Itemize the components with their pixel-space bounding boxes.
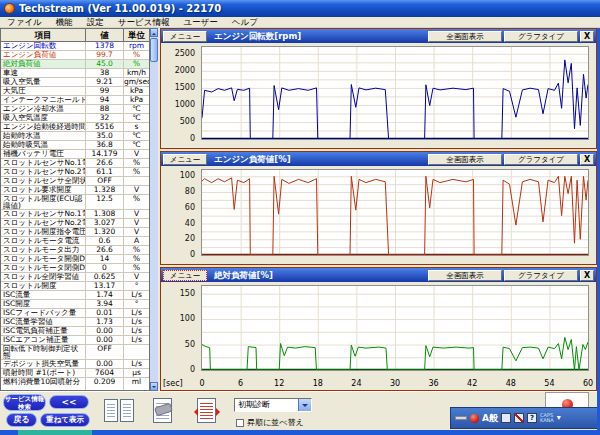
table-row[interactable]: ISC電気負荷補正量0.00L/s	[1, 327, 149, 336]
y-tick-label: 2500	[161, 50, 195, 58]
table-row[interactable]: スロットル開度(ECU認識値)12.5%	[1, 195, 149, 210]
table-row[interactable]: ISC流量1.74L/s	[1, 291, 149, 300]
table-row[interactable]: ISC流量学習値1.73L/s	[1, 318, 149, 327]
menu-button[interactable]: メニュー	[163, 31, 207, 42]
y-tick-label: 0	[161, 251, 195, 259]
table-cell: 12.5	[86, 195, 124, 209]
diagnosis-mode-select[interactable]: 初期診断	[234, 398, 312, 412]
graph-type-button[interactable]: グラフタイプ	[504, 154, 578, 165]
table-cell: 0.6	[86, 237, 124, 245]
table-row[interactable]: スロットルセンサNo.2電圧比61.1%	[1, 168, 149, 177]
table-row[interactable]: スロットル要求開度1.328V	[1, 186, 149, 195]
table-row[interactable]: スロットルモータ電流0.6A	[1, 237, 149, 246]
ime-input-mode[interactable]: A般	[482, 412, 498, 425]
table-row[interactable]: スロットルセンサNo.2電圧3.027V	[1, 219, 149, 228]
table-row[interactable]: スロットルモータ出力26.6%	[1, 246, 149, 255]
sort-ascending-checkbox[interactable]	[236, 419, 244, 427]
left-arrow-icon	[190, 408, 198, 416]
table-row[interactable]: スロットルモータ開側Duty比14%	[1, 255, 149, 264]
table-cell: スロットルモータ電流	[1, 237, 86, 245]
table-row[interactable]: 吸入空気量9.21gm/sec	[1, 78, 149, 87]
menu-button[interactable]: メニュー	[163, 270, 207, 281]
table-row[interactable]: 噴射時間 #1(ポート)7604μs	[1, 369, 149, 378]
table-row[interactable]: 補機バッテリ電圧14.179V	[1, 150, 149, 159]
ime-brush-icon[interactable]	[514, 413, 524, 423]
menu-item[interactable]: 機能	[49, 17, 80, 28]
table-row[interactable]: インテークマニホールド圧94kPa	[1, 96, 149, 105]
graph-type-button[interactable]: グラフタイプ	[504, 270, 578, 281]
close-icon[interactable]: X	[580, 31, 594, 42]
table-row[interactable]: スロットル全閉学習値0.625V	[1, 273, 149, 282]
list-view-button[interactable]	[102, 396, 136, 426]
table-row[interactable]: 吸入空気温度32℃	[1, 114, 149, 123]
fullscreen-button[interactable]: 全画面表示	[428, 270, 502, 281]
table-row[interactable]: デポジット損失空気量0.00L/s	[1, 360, 149, 369]
table-cell: 3.027	[86, 219, 124, 227]
table-row[interactable]: 車速38km/h	[1, 69, 149, 78]
table-row[interactable]: 回転低下時制御判定状態OFF	[1, 345, 149, 360]
table-row[interactable]: スロットル開度指令電圧1.320V	[1, 228, 149, 237]
menu-item[interactable]: 設定	[80, 17, 111, 28]
ime-collapse-icon[interactable]: ▾	[557, 414, 561, 422]
table-row[interactable]: ISCエアコン補正量0.00L/s	[1, 336, 149, 345]
service-info-search-button[interactable]: サービス情報検索	[3, 394, 46, 411]
data-table: 項目 値 単位 エンジン回転数1378rpmエンジン負荷値99.7%絶対負荷値4…	[0, 28, 150, 391]
table-row[interactable]: エンジン冷却水温88℃	[1, 105, 149, 114]
engine-load-plot	[201, 169, 589, 256]
ime-palette-icon[interactable]	[501, 413, 511, 423]
sort-ascending-option[interactable]: 昇順に並べ替え	[236, 417, 304, 428]
menu-button[interactable]: メニュー	[163, 154, 207, 165]
menu-item[interactable]: サービス情報	[111, 17, 177, 28]
scroll-up-icon[interactable]	[150, 28, 158, 37]
table-row[interactable]: エンジン回転数1378rpm	[1, 42, 149, 51]
ime-help-icon[interactable]: ?	[527, 413, 537, 423]
scrollbar-thumb[interactable]	[150, 38, 158, 62]
overlay-display-button[interactable]: 重ねて表示	[40, 413, 90, 427]
data-replay-button[interactable]	[190, 396, 224, 426]
return-button[interactable]: 戻る	[6, 413, 37, 427]
right-arrow-icon	[216, 408, 224, 416]
snapshot-record-button[interactable]	[146, 396, 180, 426]
table-row[interactable]: 絶対負荷値45.0%	[1, 60, 149, 69]
table-cell: 5516	[86, 123, 124, 131]
scroll-down-icon[interactable]	[150, 382, 158, 391]
table-row[interactable]: 燃料消費量10回噴射分0.209ml	[1, 378, 149, 390]
table-row[interactable]: 始動時水温35.0℃	[1, 132, 149, 141]
fullscreen-button[interactable]: 全画面表示	[428, 31, 502, 42]
table-cell: 36.8	[86, 141, 124, 149]
window-bottom-border	[0, 430, 600, 435]
x-tick-label: 36	[426, 379, 442, 388]
ime-orb-icon[interactable]	[470, 414, 479, 423]
minimize-dash-icon[interactable]	[455, 416, 467, 420]
table-row[interactable]: ISC開度3.94°	[1, 300, 149, 309]
close-icon[interactable]: X	[580, 270, 594, 281]
table-row[interactable]: スロットル開度13.17°	[1, 282, 149, 291]
table-cell: °	[124, 300, 149, 308]
table-row[interactable]: スロットルセンサ全閉状態OFF	[1, 177, 149, 186]
fullscreen-button[interactable]: 全画面表示	[428, 154, 502, 165]
table-cell: スロットルセンサ全閉状態	[1, 177, 86, 185]
table-row[interactable]: 始動時吸気温36.8℃	[1, 141, 149, 150]
table-cell: スロットル開度指令電圧	[1, 228, 86, 236]
chevron-down-icon[interactable]	[298, 399, 311, 411]
table-row[interactable]: エンジン始動後経過時間5516s	[1, 123, 149, 132]
table-row[interactable]: 大気圧99kPa	[1, 87, 149, 96]
table-cell: 補機バッテリ電圧	[1, 150, 86, 158]
diagnosis-mode-value: 初期診断	[235, 399, 298, 411]
table-row[interactable]: ISCフィードバック量0.01L/s	[1, 309, 149, 318]
chart-panel-absolute-load: メニュー 絶対負荷値[%] 全画面表示 グラフタイプ X [sec] 06121…	[160, 267, 597, 391]
table-row[interactable]: スロットルセンサNo.1電圧比26.6%	[1, 159, 149, 168]
table-row[interactable]: スロットルモータ閉側Duty比0%	[1, 264, 149, 273]
menu-item[interactable]: ユーザー	[176, 17, 224, 28]
table-row[interactable]: エンジン負荷値99.7%	[1, 51, 149, 60]
menu-item[interactable]: ヘルプ	[225, 17, 265, 28]
table-row[interactable]: スロットルセンサNo.1電圧1.308V	[1, 210, 149, 219]
menu-item[interactable]: ファイル	[0, 17, 49, 28]
title-bar[interactable]: Techstream (Ver 11.00.019) - 22170	[0, 0, 600, 17]
table-cell: 始動時吸気温	[1, 141, 86, 149]
table-scrollbar[interactable]	[150, 28, 158, 391]
graph-type-button[interactable]: グラフタイプ	[504, 31, 578, 42]
sort-ascending-label: 昇順に並べ替え	[247, 417, 304, 428]
close-icon[interactable]: X	[580, 154, 594, 165]
collapse-button[interactable]: <<	[49, 395, 89, 409]
